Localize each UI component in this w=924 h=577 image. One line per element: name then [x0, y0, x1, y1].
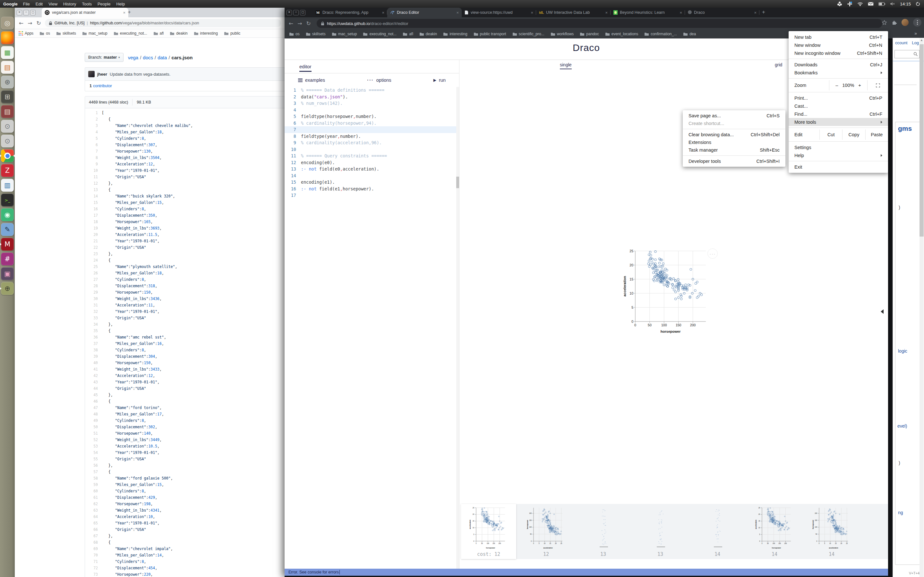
- branch-selector-button[interactable]: Branch: master ▾: [85, 53, 124, 62]
- line-number[interactable]: 35: [85, 327, 102, 334]
- wifi-icon[interactable]: [857, 2, 863, 6]
- line-number[interactable]: 61: [85, 494, 102, 501]
- line-number[interactable]: 22: [85, 244, 102, 251]
- ubuntu-launcher-icon[interactable]: ◎: [1, 17, 14, 29]
- bookmark-mac-setup[interactable]: mac_setup: [332, 32, 357, 36]
- tab-close-icon[interactable]: ×: [531, 10, 533, 15]
- bookmark-interesting[interactable]: interesting: [443, 32, 467, 36]
- menu-item-downloads[interactable]: DownloadsCtrl+J: [788, 61, 888, 69]
- line-number[interactable]: 50: [85, 424, 102, 430]
- commit-author[interactable]: jheer: [97, 72, 107, 77]
- bookmark-public-transport[interactable]: public transport: [473, 32, 506, 36]
- mendeley-icon[interactable]: M: [1, 238, 14, 251]
- line-number[interactable]: 27: [85, 276, 102, 283]
- menu-item-new-window[interactable]: New windowCtrl+N: [788, 41, 888, 49]
- breadcrumb-link-vega[interactable]: vega: [128, 55, 139, 60]
- line-number[interactable]: 36: [85, 334, 102, 340]
- line-number[interactable]: 49: [85, 417, 102, 424]
- close-window-button[interactable]: ✕: [286, 10, 292, 15]
- extension-icon[interactable]: [892, 20, 897, 25]
- line-number[interactable]: 57: [85, 469, 102, 475]
- line-number[interactable]: 54: [85, 450, 102, 456]
- line-number[interactable]: 58: [85, 475, 102, 482]
- line-number[interactable]: 70: [85, 552, 102, 558]
- options-button[interactable]: ··· options: [367, 77, 391, 83]
- line-number[interactable]: 26: [85, 270, 102, 276]
- tab-close-icon[interactable]: ×: [123, 10, 126, 15]
- zotero-icon[interactable]: Z: [1, 164, 14, 177]
- menu-item-help[interactable]: Help: [788, 151, 888, 159]
- result-thumbnail-5[interactable]: [696, 506, 738, 551]
- bookmark-afl[interactable]: afl: [403, 32, 413, 36]
- tab-single[interactable]: single: [560, 62, 572, 69]
- link-fragment[interactable]: logic: [898, 348, 907, 354]
- result-thumbnail-1[interactable]: 0501001502000510152025horsepoweraccelera…: [468, 506, 509, 551]
- tab-editor[interactable]: editor: [299, 64, 312, 72]
- slack-tray-icon[interactable]: [847, 1, 853, 7]
- line-number[interactable]: 65: [85, 520, 102, 526]
- tab-draco-representing-app[interactable]: MDraco: Representing, App×: [313, 8, 387, 17]
- result-thumbnail-7[interactable]: 0510152025050100150200accelerationhorsep…: [811, 506, 853, 551]
- bookmark-dea[interactable]: dea: [683, 32, 696, 36]
- menu-tools[interactable]: Tools: [82, 2, 92, 6]
- breadcrumb-link-data[interactable]: data: [158, 55, 167, 60]
- search-input[interactable]: [895, 50, 919, 58]
- tab-close-icon[interactable]: ×: [754, 10, 756, 15]
- libreoffice-writer-icon[interactable]: ▥: [1, 179, 14, 192]
- line-number[interactable]: 29: [85, 289, 102, 295]
- line-number[interactable]: 39: [85, 353, 102, 359]
- clock[interactable]: 14:15: [900, 2, 911, 6]
- line-number[interactable]: 13: [85, 187, 102, 193]
- line-number[interactable]: 64: [85, 514, 102, 520]
- line-number[interactable]: 19: [85, 225, 102, 231]
- line-number[interactable]: 37: [85, 340, 102, 347]
- tab-beyond-heuristics-learn[interactable]: Beyond Heuristics: Learn×: [611, 8, 685, 17]
- line-number[interactable]: 72: [85, 565, 102, 571]
- menu-history[interactable]: History: [63, 2, 76, 6]
- chrome-icon[interactable]: [1, 149, 14, 162]
- line-number[interactable]: 32: [85, 308, 102, 315]
- bookmark-pandoc[interactable]: pandoc: [580, 32, 599, 36]
- line-number[interactable]: 62: [85, 501, 102, 507]
- bookmark-deakin[interactable]: deakin: [170, 31, 187, 35]
- line-number[interactable]: 68: [85, 539, 102, 546]
- menu-item-paste[interactable]: Paste: [865, 129, 888, 140]
- tab-close-icon[interactable]: ×: [382, 10, 384, 15]
- workspace-switcher-icon[interactable]: ⊞: [1, 90, 14, 103]
- submenu-item-developer-tools[interactable]: Developer toolsCtrl+Shift+I: [683, 157, 785, 165]
- menu-item-bookmarks[interactable]: Bookmarks: [788, 69, 888, 77]
- bookmark-skillsets[interactable]: skillsets: [306, 32, 326, 36]
- result-thumbnail-3[interactable]: [582, 506, 624, 551]
- bookmark-deakin[interactable]: deakin: [419, 32, 437, 36]
- line-number[interactable]: 11: [85, 174, 102, 180]
- forward-icon[interactable]: →: [297, 20, 302, 27]
- bookmark-interesting[interactable]: interesting: [194, 31, 218, 35]
- menu-view[interactable]: View: [48, 2, 57, 6]
- tab-close-icon[interactable]: ×: [680, 10, 682, 15]
- scroll-up-icon[interactable]: ▲: [919, 39, 924, 42]
- line-number[interactable]: 73: [85, 571, 102, 577]
- line-number[interactable]: 1: [85, 110, 102, 116]
- menu-item-cut[interactable]: Cut: [819, 129, 842, 140]
- tab-draco[interactable]: Draco×: [685, 8, 759, 17]
- line-number[interactable]: 67: [85, 533, 102, 539]
- maximize-window-button[interactable]: ▢: [30, 10, 36, 15]
- disk-utility-icon[interactable]: ⊙: [1, 120, 14, 133]
- submenu-item-clear-browsing-data[interactable]: Clear browsing data...Ctrl+Shift+Del: [683, 131, 785, 139]
- bookmarks-overflow-icon[interactable]: »: [914, 31, 917, 36]
- tab-github-cars-json[interactable]: vega/cars.json at master ×: [42, 8, 128, 17]
- globe-pen-app-icon[interactable]: ✎: [1, 223, 14, 236]
- profile-avatar[interactable]: [901, 19, 909, 26]
- line-number[interactable]: 46: [85, 398, 102, 405]
- back-icon[interactable]: ←: [19, 20, 23, 26]
- bookmark-skillsets[interactable]: skillsets: [56, 31, 76, 35]
- bookmark-mac-setup[interactable]: mac_setup: [82, 31, 107, 35]
- libreoffice-impress-icon[interactable]: ▤: [1, 61, 14, 74]
- line-number[interactable]: 55: [85, 456, 102, 462]
- menu-item-new-incognito-window[interactable]: New incognito windowCtrl+Shift+N: [788, 49, 888, 57]
- menu-item-copy[interactable]: Copy: [842, 129, 865, 140]
- menu-item-new-tab[interactable]: New tabCtrl+T: [788, 33, 888, 41]
- bookmark-apps[interactable]: Apps: [19, 31, 33, 35]
- power-icon[interactable]: [916, 2, 920, 6]
- volume-muted-icon[interactable]: [890, 2, 895, 6]
